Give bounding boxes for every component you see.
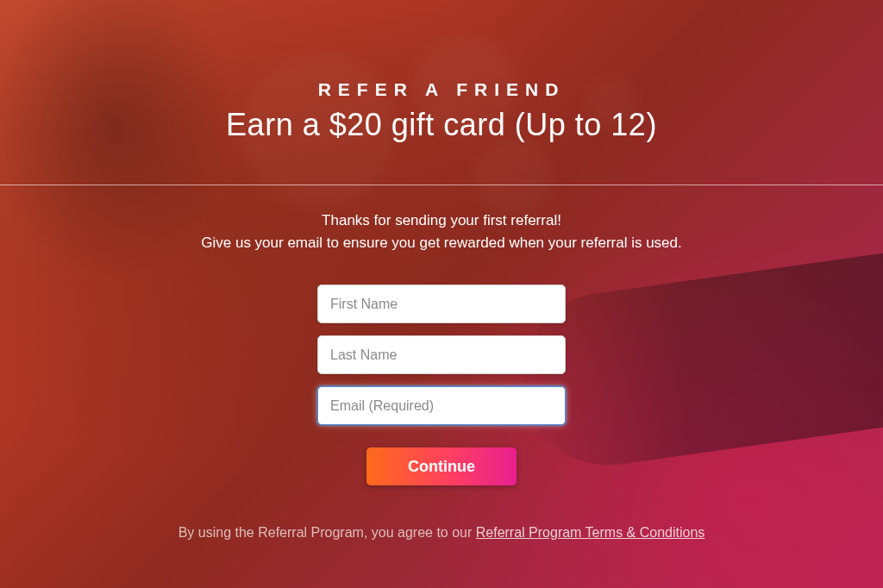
continue-button[interactable]: Continue — [366, 447, 517, 485]
referral-modal-content: REFER A FRIEND Earn a $20 gift card (Up … — [0, 0, 883, 588]
last-name-input[interactable] — [317, 335, 566, 374]
eyebrow-text: REFER A FRIEND — [318, 79, 566, 100]
terms-link[interactable]: Referral Program Terms & Conditions — [476, 525, 705, 540]
instruction-message: Thanks for sending your first referral! … — [201, 210, 682, 253]
message-line-1: Thanks for sending your first referral! — [201, 210, 682, 232]
referral-form: Continue — [317, 285, 566, 485]
divider-line — [0, 185, 883, 185]
email-input[interactable] — [317, 386, 566, 425]
message-line-2: Give us your email to ensure you get rew… — [201, 232, 682, 254]
legal-text: By using the Referral Program, you agree… — [178, 525, 705, 541]
first-name-input[interactable] — [317, 285, 566, 323]
headline-text: Earn a $20 gift card (Up to 12) — [226, 107, 657, 143]
legal-prefix: By using the Referral Program, you agree… — [178, 525, 476, 540]
